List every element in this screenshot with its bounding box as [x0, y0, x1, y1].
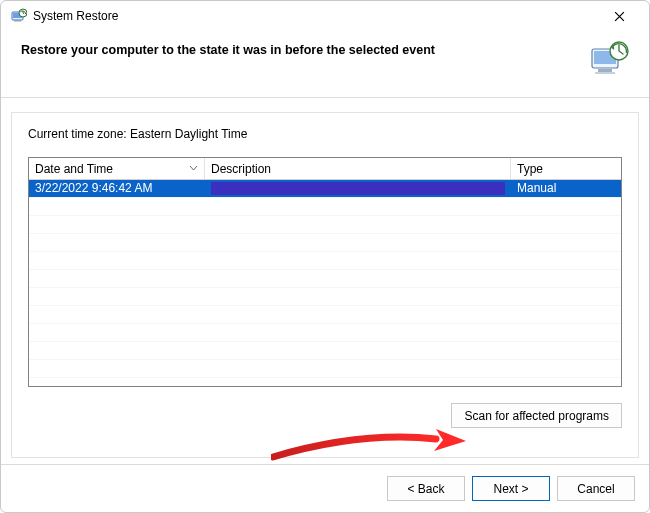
close-button[interactable]	[597, 1, 641, 31]
wizard-footer: < Back Next > Cancel	[1, 464, 649, 512]
system-restore-window: System Restore Restore your computer to …	[0, 0, 650, 513]
svg-rect-6	[598, 69, 612, 72]
scan-affected-programs-button[interactable]: Scan for affected programs	[451, 403, 622, 428]
page-heading: Restore your computer to the state it wa…	[21, 39, 579, 57]
table-header: Date and Time Description Type	[29, 158, 621, 180]
column-type[interactable]: Type	[511, 158, 621, 179]
column-type-label: Type	[517, 162, 543, 176]
svg-rect-7	[595, 72, 615, 74]
titlebar: System Restore	[1, 1, 649, 31]
cell-datetime: 3/22/2022 9:46:42 AM	[29, 180, 205, 197]
next-button[interactable]: Next >	[472, 476, 550, 501]
restore-points-table[interactable]: Date and Time Description Type 3/22/2022…	[28, 157, 622, 387]
timezone-label: Current time zone: Eastern Daylight Time	[28, 127, 622, 141]
wizard-header: Restore your computer to the state it wa…	[1, 31, 649, 98]
system-restore-icon	[11, 8, 27, 24]
system-restore-large-icon	[589, 39, 629, 79]
sort-indicator-icon	[189, 162, 198, 176]
window-title: System Restore	[33, 9, 597, 23]
column-datetime[interactable]: Date and Time	[29, 158, 205, 179]
body-panel: Current time zone: Eastern Daylight Time…	[11, 112, 639, 458]
table-row[interactable]: 3/22/2022 9:46:42 AM Manual	[29, 180, 621, 197]
cell-description	[205, 180, 511, 197]
column-datetime-label: Date and Time	[35, 162, 113, 176]
redacted-description	[211, 182, 505, 195]
column-description-label: Description	[211, 162, 271, 176]
column-description[interactable]: Description	[205, 158, 511, 179]
table-body: 3/22/2022 9:46:42 AM Manual	[29, 180, 621, 386]
cell-type: Manual	[511, 180, 621, 197]
cancel-button[interactable]: Cancel	[557, 476, 635, 501]
back-button[interactable]: < Back	[387, 476, 465, 501]
svg-rect-2	[14, 20, 21, 22]
scan-row: Scan for affected programs	[28, 403, 622, 428]
